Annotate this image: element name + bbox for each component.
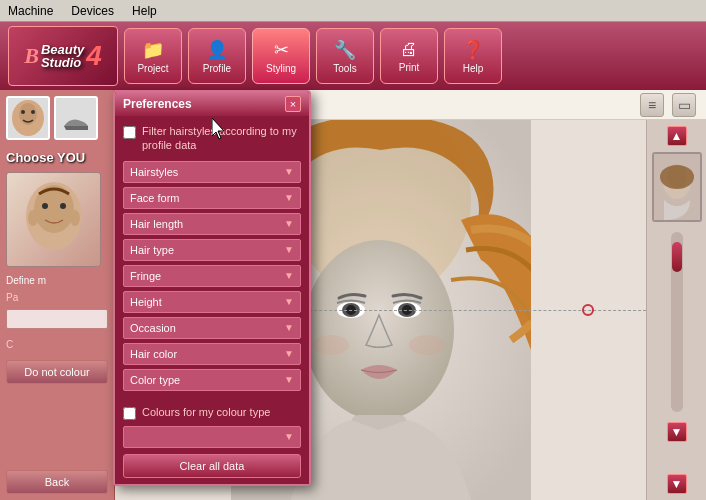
thumbnail-side — [652, 152, 702, 222]
toolbar-btn-help[interactable]: ❓ Help — [444, 28, 502, 84]
svg-point-25 — [660, 165, 694, 189]
logo: B BeautyStudio 4 — [8, 26, 118, 86]
preferences-footer: Colours for my colour type ▼ Clear all d… — [115, 399, 309, 484]
scroll-track[interactable] — [671, 232, 683, 412]
dropdown-color-type-label: Color type — [130, 374, 180, 386]
colours-label: Colours for my colour type — [142, 405, 270, 419]
toolbar-tools-label: Tools — [333, 63, 356, 74]
photo-thumb-face[interactable] — [6, 96, 50, 140]
toolbar-btn-styling[interactable]: ✂ Styling — [252, 28, 310, 84]
project-icon: 📁 — [142, 39, 164, 61]
dropdown-face-form-arrow: ▼ — [284, 192, 294, 203]
svg-point-8 — [28, 210, 38, 226]
colours-dropdown-arrow: ▼ — [284, 431, 294, 442]
dropdown-hair-type-label: Hair type — [130, 244, 174, 256]
preferences-title-bar: Preferences × — [115, 92, 309, 116]
toolbar-styling-label: Styling — [266, 63, 296, 74]
filter-checkbox-row: Filter hairstyles according to my profil… — [123, 124, 301, 153]
nav-arrow-down2[interactable]: ▼ — [667, 474, 687, 494]
preferences-title: Preferences — [123, 97, 192, 111]
toolbar-help-label: Help — [463, 63, 484, 74]
dropdown-hair-length[interactable]: Hair length ▼ — [123, 213, 301, 235]
toolbar-print-label: Print — [399, 62, 420, 73]
scroll-thumb[interactable] — [672, 242, 682, 272]
profile-icon: 👤 — [206, 39, 228, 61]
colours-checkbox-row: Colours for my colour type — [123, 405, 301, 420]
print-icon: 🖨 — [400, 39, 418, 60]
svg-point-21 — [409, 335, 445, 355]
menu-machine[interactable]: Machine — [4, 2, 57, 20]
main-area: Choose YOU Define m Pa C Do not colour B… — [0, 90, 706, 500]
svg-point-3 — [31, 110, 35, 114]
define-input[interactable] — [6, 309, 108, 329]
svg-point-6 — [42, 203, 48, 209]
pa-label: Pa — [6, 292, 108, 303]
toolbar-project-label: Project — [137, 63, 168, 74]
dropdown-hair-color-label: Hair color — [130, 348, 177, 360]
dropdown-height[interactable]: Height ▼ — [123, 291, 301, 313]
tools-icon: 🔧 — [334, 39, 356, 61]
toolbar-profile-label: Profile — [203, 63, 231, 74]
svg-point-20 — [313, 335, 349, 355]
back-button[interactable]: Back — [6, 470, 108, 494]
right-sidebar: ▲ ▼ ▼ — [646, 120, 706, 500]
face-preview — [6, 172, 101, 267]
dropdown-fringe-label: Fringe — [130, 270, 161, 282]
dropdown-color-type-arrow: ▼ — [284, 374, 294, 385]
colour-button[interactable]: Do not colour — [6, 360, 108, 384]
dropdown-hair-length-label: Hair length — [130, 218, 183, 230]
styling-icon: ✂ — [274, 39, 289, 61]
filter-checkbox[interactable] — [123, 126, 136, 139]
dropdown-hair-color-arrow: ▼ — [284, 348, 294, 359]
dropdown-hair-type-arrow: ▼ — [284, 244, 294, 255]
preferences-close-button[interactable]: × — [285, 96, 301, 112]
toolbar-btn-print[interactable]: 🖨 Print — [380, 28, 438, 84]
preferences-dialog: Preferences × Filter hairstyles accordin… — [113, 90, 311, 486]
dropdown-occasion-arrow: ▼ — [284, 322, 294, 333]
dropdown-fringe-arrow: ▼ — [284, 270, 294, 281]
dropdown-occasion-label: Occasion — [130, 322, 176, 334]
dropdown-color-type[interactable]: Color type ▼ — [123, 369, 301, 391]
menu-bar: Machine Devices Help — [0, 0, 706, 22]
left-panel: Choose YOU Define m Pa C Do not colour B… — [0, 90, 115, 500]
dropdown-fringe[interactable]: Fringe ▼ — [123, 265, 301, 287]
dropdown-hairstyles[interactable]: Hairstyles ▼ — [123, 161, 301, 183]
logo-text: BeautyStudio — [41, 43, 84, 69]
svg-point-12 — [304, 240, 454, 420]
sec-btn-rect[interactable]: ▭ — [672, 93, 696, 117]
svg-point-7 — [60, 203, 66, 209]
toolbar-btn-project[interactable]: 📁 Project — [124, 28, 182, 84]
dropdown-height-arrow: ▼ — [284, 296, 294, 307]
nav-arrow-down[interactable]: ▼ — [667, 422, 687, 442]
clear-all-button[interactable]: Clear all data — [123, 454, 301, 478]
preferences-body: Filter hairstyles according to my profil… — [115, 116, 309, 399]
dropdown-hair-type[interactable]: Hair type ▼ — [123, 239, 301, 261]
sec-btn-menu[interactable]: ≡ — [640, 93, 664, 117]
menu-help[interactable]: Help — [128, 2, 161, 20]
dropdown-occasion[interactable]: Occasion ▼ — [123, 317, 301, 339]
dropdown-height-label: Height — [130, 296, 162, 308]
photo-thumb-shoe[interactable] — [54, 96, 98, 140]
photo-strip — [6, 96, 108, 140]
c-label: C — [6, 339, 108, 350]
dropdown-face-form-label: Face form — [130, 192, 180, 204]
toolbar-btn-tools[interactable]: 🔧 Tools — [316, 28, 374, 84]
dropdown-face-form[interactable]: Face form ▼ — [123, 187, 301, 209]
toolbar-btn-profile[interactable]: 👤 Profile — [188, 28, 246, 84]
nav-arrow-up[interactable]: ▲ — [667, 126, 687, 146]
svg-point-2 — [21, 110, 25, 114]
main-toolbar: B BeautyStudio 4 📁 Project 👤 Profile ✂ S… — [0, 22, 706, 90]
menu-devices[interactable]: Devices — [67, 2, 118, 20]
dropdown-hair-length-arrow: ▼ — [284, 218, 294, 229]
dropdown-hair-color[interactable]: Hair color ▼ — [123, 343, 301, 365]
colours-dropdown[interactable]: ▼ — [123, 426, 301, 448]
dropdown-hairstyles-arrow: ▼ — [284, 166, 294, 177]
help-icon: ❓ — [462, 39, 484, 61]
filter-label: Filter hairstyles according to my profil… — [142, 124, 301, 153]
colours-checkbox[interactable] — [123, 407, 136, 420]
choose-you-label: Choose YOU — [6, 150, 108, 166]
svg-point-9 — [70, 210, 80, 226]
define-label: Define m — [6, 275, 108, 286]
dropdown-hairstyles-label: Hairstyles — [130, 166, 178, 178]
